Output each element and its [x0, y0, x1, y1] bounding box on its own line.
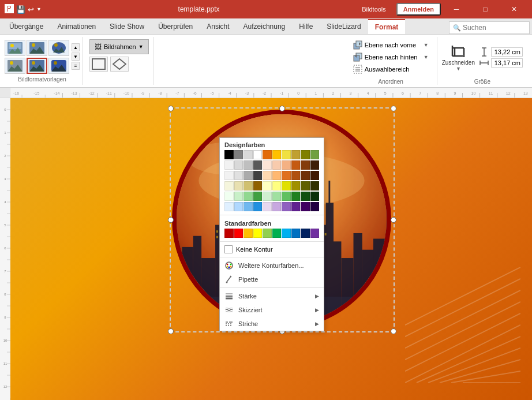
color-green1[interactable]	[310, 150, 320, 159]
cs-r4-4[interactable]	[253, 181, 263, 190]
cs-r5-5[interactable]	[263, 192, 272, 201]
cs-r4-6[interactable]	[272, 181, 282, 190]
ribbon-icon-2[interactable]	[5, 58, 25, 74]
cs-r3-7[interactable]	[282, 171, 291, 180]
color-gold[interactable]	[272, 150, 282, 159]
cs-r4-3[interactable]	[243, 181, 253, 190]
cs-2-1[interactable]	[263, 160, 272, 170]
cs-r3-9[interactable]	[301, 171, 310, 180]
handle-br[interactable]	[391, 328, 396, 334]
staerke-item[interactable]: Stärke ▶	[220, 289, 324, 303]
maximize-button[interactable]: □	[472, 0, 499, 18]
cs-r5-1[interactable]	[224, 192, 234, 201]
cs-r6-9[interactable]	[301, 202, 310, 211]
cs-2-5[interactable]	[301, 160, 310, 170]
handle-mr[interactable]	[391, 217, 396, 223]
cs-r3-10[interactable]	[310, 171, 320, 180]
cs-r5-3[interactable]	[243, 192, 253, 201]
height-input[interactable]	[491, 47, 523, 57]
cs-r6-7[interactable]	[282, 202, 291, 211]
cs-r6-5[interactable]	[263, 202, 272, 211]
std-darkred[interactable]	[224, 229, 234, 238]
format-icon-2[interactable]	[110, 57, 129, 72]
tab-slidelizard[interactable]: SlideLizard	[320, 19, 368, 34]
handle-tr[interactable]	[391, 106, 396, 111]
cs-r5-8[interactable]	[291, 192, 301, 201]
std-blue[interactable]	[291, 229, 301, 238]
cs-1-1[interactable]	[224, 160, 234, 170]
std-yellow[interactable]	[253, 229, 263, 238]
cs-r3-8[interactable]	[291, 171, 301, 180]
tab-ansicht[interactable]: Ansicht	[200, 19, 236, 34]
ribbon-icon-6[interactable]	[48, 58, 69, 74]
color-darkgold[interactable]	[291, 150, 301, 159]
bildrahmen-button[interactable]: 🖼 Bildrahmen ▼	[89, 39, 149, 54]
color-olive[interactable]	[301, 150, 310, 159]
cs-r6-4[interactable]	[253, 202, 263, 211]
std-red[interactable]	[234, 229, 243, 238]
cs-r5-9[interactable]	[301, 192, 310, 201]
cs-r4-9[interactable]	[301, 181, 310, 190]
std-darkblue[interactable]	[301, 229, 310, 238]
zuschneiden-button[interactable]: Zuschneiden ▼	[442, 43, 475, 72]
std-purple[interactable]	[310, 229, 320, 238]
weitere-farben-item[interactable]: Weitere Konturfarben...	[220, 259, 324, 272]
scroll-more-btn[interactable]: ≡	[72, 62, 80, 70]
cs-r5-2[interactable]	[234, 192, 243, 201]
keine-kontur-item[interactable]: Keine Kontur	[220, 243, 324, 256]
cs-r3-4[interactable]	[253, 171, 263, 180]
std-lightblue[interactable]	[282, 229, 291, 238]
scroll-down-btn[interactable]: ▼	[72, 53, 80, 61]
cs-r6-8[interactable]	[291, 202, 301, 211]
cs-r6-6[interactable]	[272, 202, 282, 211]
anmelden-button[interactable]: Anmelden	[396, 3, 441, 16]
color-white[interactable]	[253, 150, 263, 159]
striche-item[interactable]: Striche ▶	[220, 317, 324, 331]
format-icon-1[interactable]	[89, 57, 108, 72]
cs-r6-3[interactable]	[243, 202, 253, 211]
cs-2-4[interactable]	[291, 160, 301, 170]
color-orange[interactable]	[263, 150, 272, 159]
cs-r3-5[interactable]	[263, 171, 272, 180]
cs-r5-7[interactable]	[282, 192, 291, 201]
dropdown-icon[interactable]: ▼	[36, 6, 42, 12]
cs-r3-1[interactable]	[224, 171, 234, 180]
tab-format[interactable]: Format	[368, 19, 406, 34]
handle-tl[interactable]	[168, 106, 174, 111]
cs-r3-3[interactable]	[243, 171, 253, 180]
tab-ueberpruefen[interactable]: Überprüfen	[151, 19, 200, 34]
cs-2-6[interactable]	[310, 160, 320, 170]
tab-aufzeichnung[interactable]: Aufzeichnung	[237, 19, 293, 34]
cs-r6-10[interactable]	[310, 202, 320, 211]
cs-2-2[interactable]	[272, 160, 282, 170]
cs-r5-6[interactable]	[272, 192, 282, 201]
ribbon-icon-1[interactable]	[5, 40, 25, 56]
cs-r4-1[interactable]	[224, 181, 234, 190]
cs-r4-2[interactable]	[234, 181, 243, 190]
std-orange[interactable]	[243, 229, 253, 238]
cs-1-3[interactable]	[243, 160, 253, 170]
pipette-item[interactable]: Pipette	[220, 272, 324, 286]
cs-1-4[interactable]	[253, 160, 263, 170]
tab-hilfe[interactable]: Hilfe	[292, 19, 320, 34]
cs-2-3[interactable]	[282, 160, 291, 170]
cs-r5-10[interactable]	[310, 192, 320, 201]
cs-r4-5[interactable]	[263, 181, 272, 190]
cs-r3-6[interactable]	[272, 171, 282, 180]
close-button[interactable]: ✕	[501, 0, 527, 18]
search-input[interactable]	[463, 24, 520, 32]
std-green[interactable]	[272, 229, 282, 238]
color-black[interactable]	[224, 150, 234, 159]
ribbon-icon-3[interactable]	[27, 40, 47, 56]
minimize-button[interactable]: ─	[443, 0, 470, 18]
search-box[interactable]: 🔍	[449, 21, 530, 34]
cs-r6-2[interactable]	[234, 202, 243, 211]
scroll-up-btn[interactable]: ▲	[72, 43, 80, 51]
tab-slideshow[interactable]: Slide Show	[103, 19, 151, 34]
cs-r3-2[interactable]	[234, 171, 243, 180]
width-input[interactable]	[491, 58, 523, 68]
color-yellow[interactable]	[282, 150, 291, 159]
ebene-nach-vorne-button[interactable]: Ebene nach vorne ▼	[350, 39, 432, 51]
color-lightgray[interactable]	[243, 150, 253, 159]
undo-icon[interactable]: ↩	[28, 5, 34, 14]
